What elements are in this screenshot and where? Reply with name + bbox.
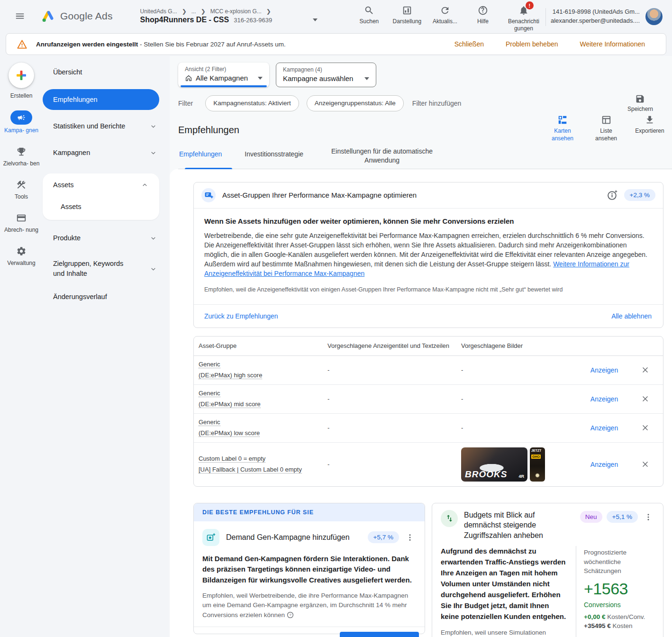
banner-close-link[interactable]: Schließen (454, 40, 484, 48)
signed-in-account: 141-619-8998 (UnitedAds Gm... alexander.… (551, 8, 640, 26)
breadcrumb-ellipsis[interactable]: ... (191, 8, 196, 15)
dropdown-caret-icon (364, 77, 369, 80)
account-picker-caret-icon[interactable] (313, 18, 318, 21)
download-icon (645, 115, 655, 125)
rail-billing-label: Abrech- nung (4, 227, 38, 234)
close-icon (641, 395, 649, 403)
nav-item-audiences[interactable]: Zielgruppen, Keywords und Inhalte (43, 259, 170, 279)
create-button[interactable]: Erstellen (9, 63, 34, 99)
show-recommendation-link[interactable]: Anzeigen (590, 424, 618, 432)
topbar-divider (545, 8, 546, 26)
nav-item-assets-sub[interactable]: Assets (43, 203, 159, 210)
cost-label: Kosten (612, 622, 632, 629)
nav-item-products[interactable]: Produkte (43, 232, 170, 244)
best-card-title: Demand Gen-Kampagne hinzufügen (226, 533, 350, 542)
suggested-image-brooks[interactable]: BROOKS 4R (461, 447, 527, 482)
optimize-card-headline: Wenn Sie Assets hinzufügen oder weiter o… (204, 217, 653, 225)
filter-chip-campaign-status[interactable]: Kampagnenstatus: Aktiviert (205, 95, 299, 111)
show-recommendation-link[interactable]: Anzeigen (590, 395, 618, 403)
chevron-down-icon (150, 150, 156, 156)
dismiss-row-button[interactable] (639, 458, 651, 470)
kebab-icon (644, 513, 653, 521)
demand-gen-icon (202, 529, 219, 546)
scope-selectors: Ansicht (2 Filter) Alle Kampagnen Kampag… (178, 63, 672, 87)
back-to-recommendations-link[interactable]: Zurück zu Empfehlungen (204, 312, 278, 320)
nav-item-insights[interactable]: Statistiken und Berichte (43, 120, 170, 132)
suggested-image-ghost[interactable]: JETZT GHO (530, 447, 545, 482)
tab-bar: Empfehlungen Investitionsstrategie Einst… (178, 143, 672, 169)
search-icon (364, 5, 374, 16)
tab-auto-apply-settings[interactable]: Einstellungen für die automatische Anwen… (325, 143, 439, 169)
avatar[interactable] (645, 8, 663, 25)
rail-item-campaigns[interactable]: Kampa- gnen (3, 110, 40, 134)
notifications-button[interactable]: ! Benachrichti gungen (504, 5, 544, 32)
rail-item-tools[interactable]: Tools (3, 179, 40, 200)
svg-text:?: ? (289, 613, 291, 617)
breadcrumb-level-1[interactable]: UnitedAds G... (140, 8, 177, 15)
product-name: Google Ads (60, 10, 113, 22)
rail-item-admin[interactable]: Verwaltung (3, 245, 40, 267)
column-suggested-images: Vorgeschlagene Bilder (461, 342, 577, 349)
table-row: Custom Label 0 = empty[UA] Fallback | Cu… (194, 443, 663, 486)
nav-item-recommendations[interactable]: Empfehlungen (43, 89, 159, 110)
warning-icon (17, 39, 27, 50)
current-account-name[interactable]: Shop4Runners DE - CSS (140, 16, 229, 24)
view-list-button[interactable]: Liste ansehen (590, 115, 622, 142)
show-recommendation-link[interactable]: Anzeigen (590, 366, 618, 374)
home-icon (185, 74, 192, 82)
more-options-button[interactable] (642, 511, 654, 523)
help-button[interactable]: Hilfe (466, 5, 500, 25)
google-ads-logo-icon (41, 9, 56, 23)
banner-description: - Stellen Sie bis Februar 2027 auf Anruf… (140, 41, 286, 48)
tab-recommendations[interactable]: Empfehlungen (178, 146, 223, 165)
hamburger-icon (15, 11, 25, 21)
more-options-button[interactable] (404, 531, 416, 544)
menu-button[interactable] (10, 7, 29, 26)
rail-item-goals[interactable]: Zielvorha- ben (3, 146, 40, 167)
column-asset-group: Asset-Gruppe (199, 342, 327, 349)
refresh-icon (440, 5, 450, 16)
account-id-line: 141-619-8998 (UnitedAds Gm... (551, 8, 640, 17)
filter-chip-adgroup-status[interactable]: Anzeigengruppenstatus: Alle (307, 95, 404, 111)
nav-item-overview[interactable]: Übersicht (43, 66, 170, 78)
nav-item-assets[interactable]: Assets (43, 181, 159, 189)
active-tab-underline (185, 168, 232, 169)
table-row: Generic(DE:ePMax) low score - - Anzeigen (194, 414, 663, 443)
banner-fix-link[interactable]: Problem beheben (506, 40, 558, 48)
save-button[interactable]: Speichern (627, 94, 663, 112)
close-icon (641, 424, 649, 432)
dismiss-all-link[interactable]: Alle ablehnen (611, 312, 652, 320)
rail-item-billing[interactable]: Abrech- nung (3, 212, 40, 234)
tab-investment-strategy[interactable]: Investitionsstrategie (244, 146, 304, 165)
banner-learn-more-link[interactable]: Weitere Informationen (580, 40, 645, 48)
account-email-line: alexander.sperber@unitedads.... (551, 17, 640, 26)
show-recommendation-button[interactable]: Empfehlung anzeigen (340, 632, 419, 637)
appearance-button[interactable]: Darstellung (390, 5, 424, 25)
show-recommendation-link[interactable]: Anzeigen (590, 461, 618, 468)
dismiss-row-button[interactable] (639, 364, 651, 376)
credit-card-icon (16, 212, 27, 224)
content-panel: Asset-Gruppen Ihrer Performance Max-Kamp… (170, 169, 672, 637)
nav-item-campaigns[interactable]: Kampagnen (43, 147, 170, 158)
search-button[interactable]: Suchen (352, 5, 386, 25)
view-cards-button[interactable]: Karten ansehen (547, 115, 578, 142)
nav-assets-group: Assets Assets (43, 173, 159, 220)
top-bar: Google Ads UnitedAds G... ❯ ... ❯ MCC e-… (0, 0, 672, 32)
column-suggested-titles: Vorgeschlagene Anzeigentitel und Textzei… (327, 342, 461, 349)
dismiss-row-button[interactable] (639, 422, 651, 434)
gear-icon (16, 245, 27, 257)
filter-bar: Filter Kampagnenstatus: Aktiviert Anzeig… (178, 94, 663, 112)
tools-icon (16, 179, 27, 191)
view-selector[interactable]: Ansicht (2 Filter) Alle Kampagnen (178, 63, 269, 87)
export-button[interactable]: Exportieren (634, 115, 665, 142)
breadcrumb-level-2[interactable]: MCC e-xplosion G... (210, 8, 262, 15)
info-sparkle-icon[interactable] (607, 189, 618, 201)
main-content: Ansicht (2 Filter) Alle Kampagnen Kampag… (170, 56, 672, 637)
campaign-selector[interactable]: Kampagnen (4) Kampagne auswählen (276, 63, 376, 87)
dismiss-row-button[interactable] (639, 393, 651, 405)
help-tooltip-icon[interactable]: ? (287, 611, 294, 619)
refresh-button[interactable]: Aktualis... (428, 5, 462, 25)
new-badge: Neu (580, 511, 602, 523)
nav-item-change-history[interactable]: Änderungsverlauf (43, 291, 170, 302)
add-filter-button[interactable]: Filter hinzufügen (412, 100, 462, 107)
